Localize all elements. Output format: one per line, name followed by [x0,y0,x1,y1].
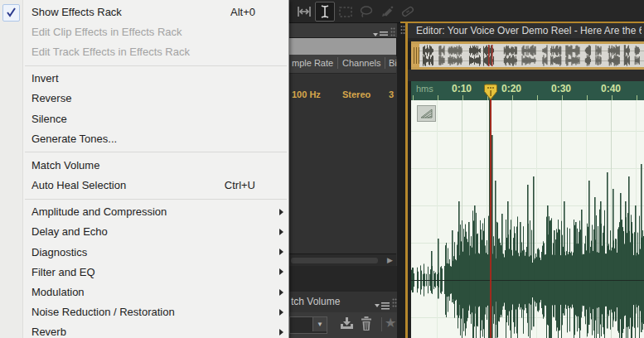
column-divider[interactable] [337,57,338,69]
menu-item-edit-clip-effects-in-effects-rack: Edit Clip Effects in Effects Rack [0,22,288,41]
submenu-arrow-icon [279,309,283,316]
marquee-selection-tool-icon [336,2,356,22]
column-header-sample-rate[interactable]: mple Rate [292,58,333,68]
scrollbar-thumb[interactable] [291,258,378,263]
submenu-arrow-icon [279,229,283,235]
menu-item-amplitude-and-compression[interactable]: Amplitude and Compression [0,202,288,222]
submenu-arrow-icon [279,268,283,275]
files-horizontal-scrollbar[interactable]: ▶ [289,254,396,267]
menu-shortcut: Ctrl+U [225,179,255,191]
tab-editor-title[interactable]: Editor: Your Voice Over Demo Reel - Here… [416,25,642,36]
favorite-star-icon[interactable]: ★ [385,315,396,331]
menu-item-label: Modulation [31,286,85,298]
menu-item-show-effects-rack[interactable]: Show Effects RackAlt+0 [0,2,288,22]
menu-item-invert[interactable]: Invert [0,69,288,89]
panel-gap [408,70,644,81]
ruler-tick-label: 0:30 [551,83,571,94]
menu-item-noise-reduction-restoration[interactable]: Noise Reduction / Restoration [0,302,288,322]
menu-item-filter-and-eq[interactable]: Filter and EQ [0,262,288,282]
time-selection-tool-icon[interactable] [294,2,314,22]
waveform-overview-navigator[interactable] [411,41,644,70]
waveform-display[interactable] [411,100,644,338]
menu-separator [25,152,287,152]
playhead-handle[interactable] [484,84,497,104]
panel-grip-handle[interactable] [400,25,405,40]
menu-item-edit-track-effects-in-effects-rack: Edit Track Effects in Effects Rack [0,41,288,61]
menu-item-silence[interactable]: Silence [0,109,288,128]
match-volume-panel-tabbar: tch Volume [289,292,397,313]
ruler-tick-label: 0:20 [501,83,521,94]
file-list-row[interactable]: 100 Hz Stereo 3 [289,88,396,103]
menu-item-label: Amplitude and Compression [31,205,167,218]
menu-item-match-volume[interactable]: Match Volume [0,155,288,175]
submenu-arrow-icon [279,329,283,336]
submenu-arrow-icon [279,249,283,255]
menu-item-reverse[interactable]: Reverse [0,89,288,109]
hud-corner-widget[interactable] [417,105,436,122]
trash-icon[interactable] [359,316,374,335]
menu-item-label: Edit Track Effects in Effects Rack [31,46,190,58]
menu-item-modulation[interactable]: Modulation [0,282,288,302]
menu-shortcut: Alt+0 [230,6,255,18]
submenu-arrow-icon [279,209,283,215]
files-panel-toolbar-strip [289,37,397,56]
menu-item-label: Diagnostics [31,246,87,258]
file-sample-rate: 100 Hz [292,89,321,99]
editor-tabbar: Editor: Your Voice Over Demo Reel - Here… [408,23,644,39]
menu-item-label: Auto Heal Selection [31,179,126,191]
column-header-bit-depth[interactable]: Bi [389,58,397,68]
scroll-right-arrow-icon[interactable]: ▶ [387,256,393,264]
preset-dropdown[interactable]: ▼ [289,316,327,334]
menu-item-delay-and-echo[interactable]: Delay and Echo [0,222,288,242]
playhead-line[interactable] [490,86,491,338]
tab-match-volume[interactable]: tch Volume [291,296,340,307]
menu-separator [25,65,287,66]
paintbrush-tool-icon [377,2,397,22]
submenu-arrow-icon [279,289,283,296]
checkmark-icon [2,4,20,22]
ibeam-tool-icon[interactable] [315,2,335,22]
panel-gap [289,266,397,292]
menu-item-label: Filter and EQ [31,266,95,278]
menu-item-label: Reverse [31,92,71,104]
menu-item-label: Silence [31,113,67,125]
menu-item-reverb[interactable]: Reverb [0,322,288,338]
menu-item-generate-tones[interactable]: Generate Tones... [0,128,288,148]
ruler-unit-label: hms [416,84,433,94]
panel-menu-icon[interactable] [375,298,390,313]
spot-healing-brush-tool-icon [398,2,418,22]
menu-item-label: Match Volume [31,159,99,171]
chevron-down-icon[interactable]: ▼ [312,317,327,331]
toolbar-divider [381,317,382,331]
files-panel-header [289,23,397,38]
timeline-ruler[interactable]: hms 0:100:200:300:40 [411,81,644,100]
menu-item-label: Delay and Echo [31,225,108,238]
menu-separator [25,199,287,200]
effects-menu-dropdown: Show Effects RackAlt+0Edit Clip Effects … [0,0,289,338]
file-channels: Stereo [342,89,370,99]
lasso-selection-tool-icon [356,2,376,22]
menu-item-label: Generate Tones... [31,133,117,145]
column-divider[interactable] [385,57,385,69]
menu-item-auto-heal-selection[interactable]: Auto Heal SelectionCtrl+U [0,176,288,196]
menu-item-diagnostics[interactable]: Diagnostics [0,242,288,262]
menu-item-label: Invert [31,72,59,84]
column-header-channels[interactable]: Channels [342,58,380,68]
waveform-canvas[interactable] [411,100,644,338]
menu-item-label: Edit Clip Effects in Effects Rack [31,26,182,38]
save-preset-icon[interactable] [339,316,355,335]
menu-item-label: Show Effects Rack [31,6,122,18]
file-bit-depth: 3 [389,89,394,99]
menu-item-label: Noise Reduction / Restoration [31,306,175,318]
menu-item-label: Reverb [31,326,66,338]
files-column-header-row[interactable]: mple Rate Channels Bi [289,55,396,74]
ruler-tick-label: 0:40 [601,83,621,94]
match-volume-panel-content: ▼ ★ [289,312,397,338]
ruler-tick-label: 0:10 [452,83,472,94]
